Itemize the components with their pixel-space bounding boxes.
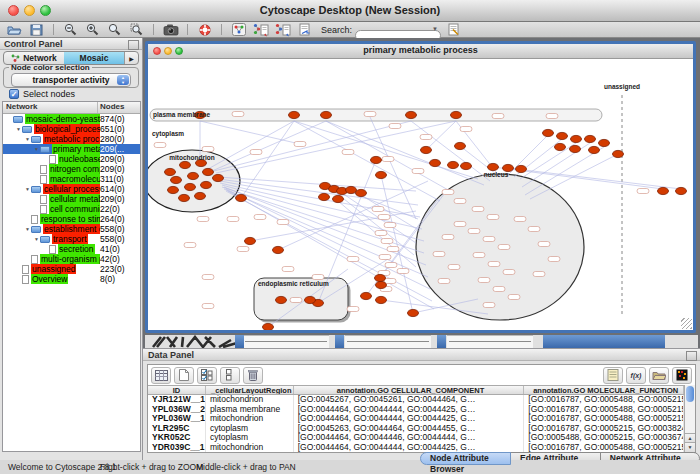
gene-node[interactable] xyxy=(448,161,459,168)
tree-row-cellular-metabo[interactable]: cellular metabo209(0) xyxy=(3,194,140,204)
gene-node[interactable] xyxy=(346,186,357,193)
close-view-icon[interactable] xyxy=(153,47,161,55)
attribute-table-header[interactable]: ID _cellularLayoutRegion annotation.GO C… xyxy=(148,385,684,395)
network-graph[interactable]: plasma membranecytoplasmmitochondrionnuc… xyxy=(148,59,693,330)
open-session-icon[interactable] xyxy=(5,23,24,37)
table-row-ydr039c-1[interactable]: YDR039C__1mitochondrion[GO:0044464, GO:0… xyxy=(148,443,684,452)
network-window-titlebar[interactable]: primary metabolic process xyxy=(148,44,693,59)
zoom-selected-region-icon[interactable] xyxy=(127,23,146,37)
import-table-icon[interactable] xyxy=(295,23,314,37)
tree-row-nitrogen-compo[interactable]: nitrogen compo209(0) xyxy=(3,164,140,174)
gene-node[interactable] xyxy=(599,139,610,146)
dropdown-stepper-icon[interactable]: ▲▼ xyxy=(117,75,129,85)
gene-node[interactable] xyxy=(451,111,462,118)
table-row-ypl036w-1[interactable]: YPL036W__1mitochondrion[GO:0044464, GO:0… xyxy=(148,414,684,424)
function-builder-icon[interactable]: f(x) xyxy=(626,367,646,384)
tree-row-secretion[interactable]: secretion41(0) xyxy=(3,244,140,254)
gene-node[interactable] xyxy=(321,111,332,118)
vizmapper-icon[interactable] xyxy=(229,23,248,37)
tree-row-biological-process[interactable]: ▼biological_process651(0) xyxy=(3,124,140,134)
search-options-icon[interactable] xyxy=(444,23,463,37)
gene-node[interactable] xyxy=(245,237,256,244)
search-dropdown-arrow-icon[interactable]: ▼ xyxy=(432,26,438,32)
minimize-view-icon[interactable] xyxy=(164,47,172,55)
select-nodes-checkbox[interactable] xyxy=(9,89,19,99)
tree-row-cell-communicat[interactable]: cell communicat22(0) xyxy=(3,204,140,214)
gene-node[interactable] xyxy=(570,145,581,152)
network-canvas[interactable]: plasma membranecytoplasmmitochondrionnuc… xyxy=(148,59,693,330)
zoom-fit-icon[interactable] xyxy=(105,23,124,37)
table-row-ykr052c[interactable]: YKR052Ccytoplasm[GO:0044464, GO:0044446,… xyxy=(148,433,684,443)
background-window-border[interactable] xyxy=(335,335,344,348)
background-window-border[interactable] xyxy=(235,335,244,348)
gene-node[interactable] xyxy=(179,194,190,201)
zoom-out-icon[interactable] xyxy=(61,23,80,37)
gene-node[interactable] xyxy=(557,132,568,139)
float-panel-icon[interactable] xyxy=(128,40,139,50)
tree-row-primary-metabo[interactable]: ▼primary metabo209(... xyxy=(3,144,140,154)
background-windows-strip[interactable] xyxy=(145,335,698,348)
gene-node[interactable] xyxy=(180,161,191,168)
gene-node[interactable] xyxy=(236,194,247,201)
gene-node[interactable] xyxy=(571,135,582,142)
tree-row-metabolic-process[interactable]: ▼metabolic process280(0) xyxy=(3,134,140,144)
gene-node[interactable] xyxy=(371,156,382,163)
disclosure-triangle-icon[interactable]: ▼ xyxy=(24,226,31,232)
gene-node[interactable] xyxy=(421,146,432,153)
gene-node[interactable] xyxy=(276,296,287,303)
import-network-icon[interactable] xyxy=(251,23,270,37)
tab-node-attribute-browser[interactable]: Node Attribute Browser xyxy=(420,452,511,465)
attribute-table[interactable]: ID _cellularLayoutRegion annotation.GO C… xyxy=(148,385,684,452)
gene-node[interactable] xyxy=(555,143,566,150)
zoom-in-icon[interactable] xyxy=(83,23,102,37)
table-row-ypl036w-2[interactable]: YPL036W__2plasma membrane[GO:0044464, GO… xyxy=(148,405,684,415)
disclosure-triangle-icon[interactable]: ▼ xyxy=(33,146,40,152)
tree-row-overview[interactable]: Overview8(0) xyxy=(3,274,140,284)
gene-node[interactable] xyxy=(376,281,387,288)
batch-edit-icon[interactable] xyxy=(603,367,623,384)
column-header-id[interactable]: ID xyxy=(148,386,206,394)
gene-node[interactable] xyxy=(430,159,441,166)
window-titlebar[interactable]: Cytoscape Desktop (New Session) xyxy=(0,0,700,22)
export-network-icon[interactable] xyxy=(273,23,292,37)
tree-row-multi-organism-pro[interactable]: multi-organism pro42(0) xyxy=(3,254,140,264)
help-ring-icon[interactable] xyxy=(195,23,214,37)
attribute-browser-mode-icon[interactable] xyxy=(151,367,171,384)
disclosure-triangle-icon[interactable]: ▼ xyxy=(24,136,31,142)
zoom-view-icon[interactable] xyxy=(175,47,183,55)
select-attributes-icon[interactable] xyxy=(197,367,217,384)
column-header-region[interactable]: _cellularLayoutRegion xyxy=(206,386,294,394)
save-session-icon[interactable] xyxy=(27,23,46,37)
gene-node[interactable] xyxy=(333,195,344,202)
gene-node[interactable] xyxy=(376,296,387,303)
gene-node[interactable] xyxy=(213,174,224,181)
tree-column-network[interactable]: Network xyxy=(3,102,98,113)
gene-node[interactable] xyxy=(361,292,372,299)
gene-node[interactable] xyxy=(376,171,387,178)
delete-attribute-icon[interactable] xyxy=(243,367,263,384)
scrollbar-thumb[interactable] xyxy=(686,386,694,402)
tree-row-unassigned[interactable]: unassigned223(0) xyxy=(3,264,140,274)
network-view-window[interactable]: primary metabolic process plasma membran… xyxy=(145,41,696,333)
gene-node[interactable] xyxy=(185,183,196,190)
background-window-border[interactable] xyxy=(437,335,446,348)
gene-node[interactable] xyxy=(273,246,284,253)
attribute-matrix-icon[interactable] xyxy=(672,367,692,384)
tree-row-cellular-process[interactable]: ▼cellular process614(0) xyxy=(3,184,140,194)
tree-column-nodes[interactable]: Nodes xyxy=(98,102,140,113)
gene-node[interactable] xyxy=(461,162,472,169)
gene-node[interactable] xyxy=(516,165,527,172)
float-panel-icon[interactable] xyxy=(686,351,697,361)
disclosure-triangle-icon[interactable]: ▼ xyxy=(15,126,22,132)
tree-header[interactable]: Network Nodes xyxy=(3,102,140,114)
gene-node[interactable] xyxy=(305,296,316,303)
scroll-down-icon[interactable]: ▼ xyxy=(685,442,695,452)
gene-node[interactable] xyxy=(263,323,274,330)
gene-node[interactable] xyxy=(613,150,624,157)
column-header-molecular-function[interactable]: annotation.GO MOLECULAR_FUNCTION xyxy=(524,386,684,394)
gene-node[interactable] xyxy=(356,189,367,196)
gene-node[interactable] xyxy=(188,172,199,179)
gene-node[interactable] xyxy=(289,111,300,118)
disclosure-triangle-icon[interactable]: ▼ xyxy=(33,236,40,242)
gene-node[interactable] xyxy=(165,168,176,175)
